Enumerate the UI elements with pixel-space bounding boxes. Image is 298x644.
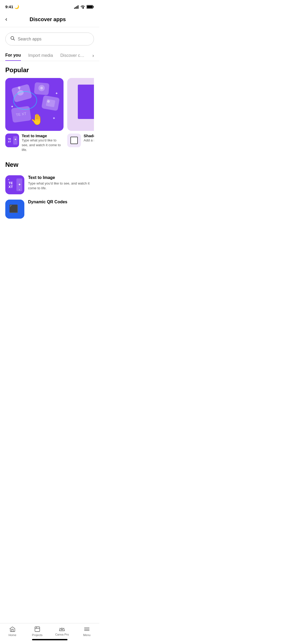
svg-text:XT: XT bbox=[8, 185, 13, 189]
sparkle-3: ✦ bbox=[52, 116, 56, 120]
circle-decoration bbox=[13, 91, 37, 110]
popular-section: Popular bbox=[0, 61, 99, 158]
popular-section-title: Popular bbox=[5, 66, 94, 74]
new-item-text-qr: Dynamic QR Codes bbox=[28, 200, 67, 205]
tab-for-you[interactable]: For you bbox=[5, 50, 21, 61]
svg-text:TE: TE bbox=[8, 181, 13, 185]
new-tti-icon-svg: TE XT ✦ ✦ ✦ bbox=[6, 176, 24, 194]
svg-rect-2 bbox=[76, 6, 77, 9]
back-button[interactable]: ‹ bbox=[5, 15, 9, 24]
card-image-shadow: › bbox=[67, 78, 94, 131]
shadow-card-description: Add a sha image bbox=[84, 138, 94, 143]
svg-text:XT: XT bbox=[8, 140, 11, 143]
svg-rect-3 bbox=[78, 5, 79, 9]
sparkle-2: ✦ bbox=[55, 91, 58, 95]
status-bar: 9:41 🌙 bbox=[0, 0, 99, 12]
tab-discover-content[interactable]: Discover conte bbox=[60, 50, 85, 61]
new-section-title: New bbox=[5, 161, 94, 168]
header: ‹ Discover apps bbox=[0, 12, 99, 27]
svg-text:TE: TE bbox=[8, 138, 11, 140]
new-section: New TE XT ✦ ✦ ✦ Text to Image Type what … bbox=[0, 158, 99, 224]
popular-card-text-to-image[interactable]: TE XT 🤚 ✦ ✦ ✦ bbox=[5, 78, 64, 153]
card-info-text-to-image: TE XT ✦ Text to Image Type what you'd li… bbox=[5, 134, 64, 153]
new-item-desc-tti: Type what you'd like to see, and watch i… bbox=[28, 181, 94, 191]
card-icon-text-to-image: TE XT ✦ bbox=[5, 134, 19, 147]
new-item-title-qr: Dynamic QR Codes bbox=[28, 200, 67, 204]
new-item-qr[interactable]: ⬛ Dynamic QR Codes bbox=[5, 197, 94, 221]
card-image-text-to-image: TE XT 🤚 ✦ ✦ ✦ bbox=[5, 78, 64, 131]
svg-text:✦: ✦ bbox=[19, 189, 20, 191]
shadow-card-title: Shadow bbox=[84, 134, 94, 138]
hand-emoji: 🤚 bbox=[30, 113, 44, 126]
svg-rect-1 bbox=[75, 7, 76, 9]
card-text-text-to-image: Text to Image Type what you'd like to se… bbox=[22, 134, 64, 153]
shadow-rect bbox=[78, 85, 94, 119]
svg-rect-0 bbox=[74, 8, 75, 9]
status-icons bbox=[74, 5, 94, 9]
card-info-shadow: Shadow Add a sha image bbox=[67, 134, 94, 147]
new-item-text-to-image[interactable]: TE XT ✦ ✦ ✦ Text to Image Type what you'… bbox=[5, 173, 94, 197]
qr-icon-svg: ⬛ bbox=[5, 200, 24, 219]
tti-icon-svg: TE XT ✦ bbox=[6, 134, 19, 147]
status-time: 9:41 🌙 bbox=[5, 4, 19, 9]
signal-icon bbox=[74, 5, 79, 9]
sparkle-1: ✦ bbox=[11, 104, 14, 109]
new-item-title-tti: Text to Image bbox=[28, 175, 94, 180]
svg-text:✦: ✦ bbox=[14, 138, 17, 141]
svg-text:✦: ✦ bbox=[18, 182, 21, 187]
popular-cards-scroll: TE XT 🤚 ✦ ✦ ✦ bbox=[5, 78, 94, 156]
search-input[interactable] bbox=[18, 37, 89, 42]
popular-card-shadow[interactable]: › Shadow Add a sha image bbox=[67, 78, 94, 153]
battery-icon bbox=[87, 5, 94, 9]
float-img-3 bbox=[41, 95, 60, 111]
svg-rect-17 bbox=[46, 99, 55, 107]
new-item-icon-qr: ⬛ bbox=[5, 200, 24, 219]
shadow-square-icon bbox=[70, 137, 78, 144]
search-box[interactable] bbox=[5, 33, 94, 45]
svg-line-8 bbox=[13, 39, 15, 40]
tab-more-icon[interactable]: › bbox=[92, 53, 94, 58]
svg-text:⬛: ⬛ bbox=[9, 204, 18, 213]
wifi-icon bbox=[80, 5, 85, 9]
card-text-shadow: Shadow Add a sha image bbox=[84, 134, 94, 143]
svg-text:✦: ✦ bbox=[7, 178, 10, 181]
shadow-card-icon bbox=[67, 134, 81, 147]
card-title: Text to Image bbox=[22, 134, 64, 138]
new-item-icon-tti: TE XT ✦ ✦ ✦ bbox=[5, 175, 24, 194]
search-icon bbox=[10, 36, 15, 42]
tab-import-media[interactable]: Import media bbox=[28, 50, 53, 61]
svg-rect-6 bbox=[87, 6, 93, 8]
float-img-2 bbox=[34, 82, 49, 95]
card-description: Type what you'd like to see, and watch i… bbox=[22, 138, 64, 153]
tabs-container: For you Import media Discover conte › bbox=[0, 48, 99, 61]
svg-rect-5 bbox=[93, 6, 94, 8]
page-title: Discover apps bbox=[9, 16, 86, 22]
search-container bbox=[0, 27, 99, 48]
new-item-text-tti: Text to Image Type what you'd like to se… bbox=[28, 175, 94, 191]
